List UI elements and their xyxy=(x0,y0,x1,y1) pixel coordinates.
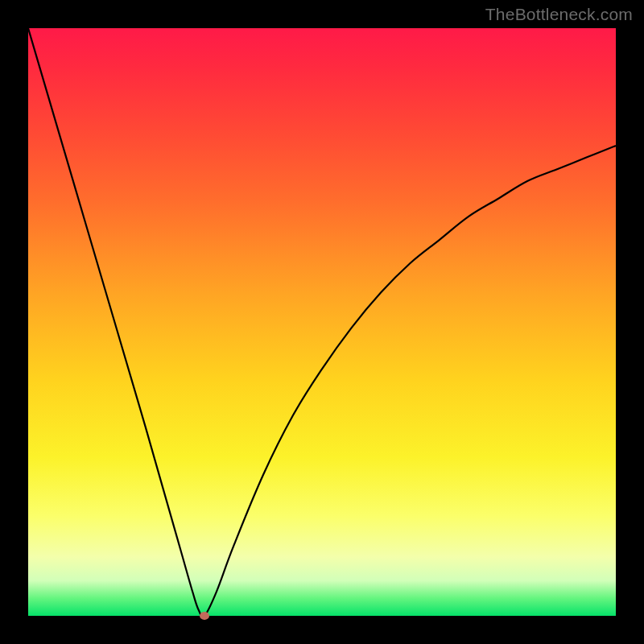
chart-frame: TheBottleneck.com xyxy=(0,0,644,644)
bottleneck-curve xyxy=(28,28,616,616)
watermark-text: TheBottleneck.com xyxy=(485,5,633,24)
plot-area xyxy=(28,28,616,616)
marker-dot xyxy=(200,612,209,620)
curve-svg xyxy=(28,28,616,616)
